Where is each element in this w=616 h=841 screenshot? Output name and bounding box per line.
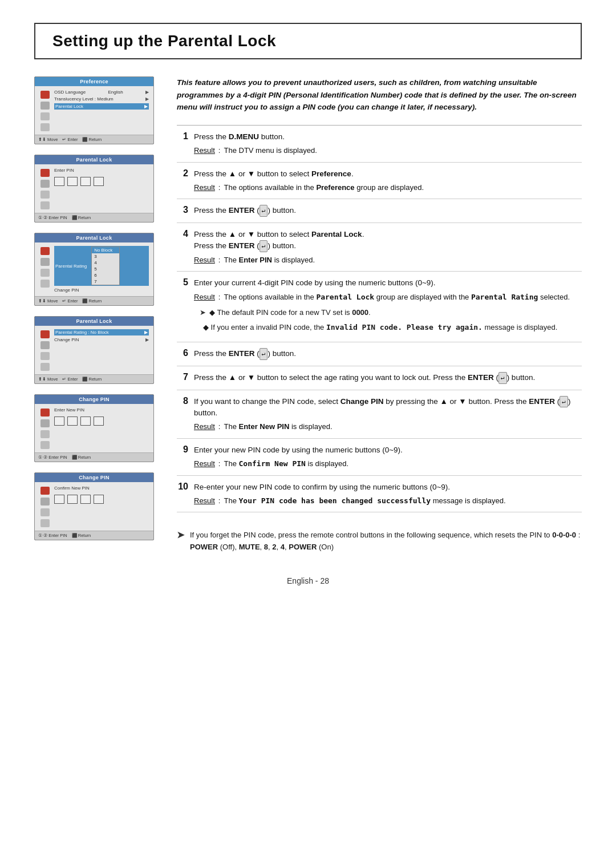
screen-row-parental: Parental Lock ▶ <box>54 103 149 110</box>
step-8: 8 If you want to change the PIN code, se… <box>177 390 582 439</box>
step-8-body: If you want to change the PIN code, sele… <box>194 396 582 432</box>
screen-5-body: Enter New PIN <box>35 404 153 452</box>
instructions-column: This feature allows you to prevent unaut… <box>177 76 582 559</box>
screen-5-content: Enter New PIN <box>54 407 149 449</box>
icon-4 <box>40 519 50 527</box>
step-7-main: Press the ▲ or ▼ button to select the ag… <box>194 372 582 384</box>
screen-4: Parental Lock Parental Rating : No Block… <box>34 316 154 384</box>
step-2-num: 2 <box>177 168 188 179</box>
tip-text: If you forget the PIN code, press the re… <box>190 529 582 553</box>
screen-4-row-1: Parental Rating : No Block ▶ <box>54 329 149 335</box>
pin-box-2 <box>67 177 78 186</box>
screen-5-pin-boxes <box>54 417 149 426</box>
screen-5-bottom: ① ② Enter PIN ⬛ Return <box>35 452 153 462</box>
step-5-body: Enter your current 4-digit PIN code by u… <box>194 277 582 336</box>
title-box: Setting up the Parental Lock <box>34 23 582 59</box>
icon-4 <box>40 363 50 371</box>
icon-3 <box>40 352 50 360</box>
step-4-num: 4 <box>177 229 188 239</box>
step-10-num: 10 <box>177 482 188 492</box>
icon-1 <box>40 330 50 338</box>
step-5-notes: ➤ ◆ The default PIN code for a new TV se… <box>194 307 582 333</box>
icon-1 <box>40 91 50 99</box>
step-4: 4 Press the ▲ or ▼ button to select Pare… <box>177 223 582 272</box>
step-1-num: 1 <box>177 131 188 141</box>
screen-1-title: Preference <box>35 77 153 86</box>
page-container: Setting up the Parental Lock Preference <box>0 0 616 841</box>
screen-1-body: OSD Language English ▶ Translucency Leve… <box>35 86 153 135</box>
icon-2 <box>40 498 50 506</box>
screen-2-pin-boxes <box>54 177 149 186</box>
screen-6-pin-boxes <box>54 495 149 504</box>
page-title: Setting up the Parental Lock <box>52 32 564 50</box>
screen-2-title: Parental Lock <box>35 155 153 164</box>
icon-3 <box>40 191 50 199</box>
step-2-body: Press the ▲ or ▼ button to select Prefer… <box>194 168 582 193</box>
screen-2-sidebar <box>39 168 51 209</box>
tip-section: ➤ If you forget the PIN code, press the … <box>177 524 582 559</box>
icon-1 <box>40 247 50 255</box>
step-7: 7 Press the ▲ or ▼ button to select the … <box>177 366 582 390</box>
screen-5-title: Change PIN <box>35 395 153 404</box>
pin-box-4 <box>94 177 104 186</box>
icon-3 <box>40 269 50 277</box>
step-10-body: Re-enter your new PIN code to confirm by… <box>194 482 582 507</box>
screen-2-content: Enter PIN <box>54 168 149 209</box>
step-6-main: Press the ENTER (↵) button. <box>194 348 582 360</box>
screen-3-dropdown: No Block 3 4 5 6 7 <box>91 246 120 285</box>
main-layout: Preference OSD Language English ▶ <box>34 76 582 559</box>
step-4-result: Result: The Enter PIN is displayed. <box>194 254 582 266</box>
screen-6-content: Confirm New PIN <box>54 486 149 527</box>
step-5-note-2: ◆ If you enter a invalid PIN code, the I… <box>200 322 582 333</box>
screen-1-content: OSD Language English ▶ Translucency Leve… <box>54 90 149 131</box>
icon-2 <box>40 419 50 427</box>
screen-1-sidebar <box>39 90 51 131</box>
step-1-body: Press the D.MENU button. Result: The DTV… <box>194 131 582 156</box>
step-3-body: Press the ENTER (↵) button. <box>194 205 582 217</box>
step-9-main: Enter your new PIN code by using the num… <box>194 444 582 456</box>
step-5-main: Enter your current 4-digit PIN code by u… <box>194 277 582 289</box>
pin-box-4 <box>94 417 104 426</box>
icon-2 <box>40 180 50 188</box>
icon-4 <box>40 280 50 288</box>
step-3: 3 Press the ENTER (↵) button. <box>177 199 582 223</box>
step-5-result: Result: The options available in the Par… <box>194 292 582 303</box>
screen-5: Change PIN Enter New PIN <box>34 394 154 462</box>
step-10-main: Re-enter your new PIN code to confirm by… <box>194 482 582 493</box>
step-6-num: 6 <box>177 348 188 358</box>
pin-box-2 <box>67 495 78 504</box>
step-9: 9 Enter your new PIN code by using the n… <box>177 439 582 476</box>
screen-row-osd: OSD Language English ▶ <box>54 90 149 95</box>
screen-6-label: Confirm New PIN <box>54 486 149 491</box>
step-4-body: Press the ▲ or ▼ button to select Parent… <box>194 229 582 265</box>
footer-text: English - 28 <box>287 576 329 585</box>
step-5: 5 Enter your current 4-digit PIN code by… <box>177 272 582 342</box>
screen-3-bottom: ⬆⬇ Move ↵ Enter ⬛ Return <box>35 296 153 305</box>
screen-3-change-pin: Change PIN <box>54 288 149 293</box>
pin-box-3 <box>80 495 91 504</box>
screen-4-title: Parental Lock <box>35 317 153 326</box>
step-2-main: Press the ▲ or ▼ button to select Prefer… <box>194 168 582 180</box>
step-10: 10 Re-enter your new PIN code to confirm… <box>177 476 582 513</box>
screen-6-bottom: ① ② Enter PIN ⬛ Return <box>35 531 153 540</box>
step-8-main: If you want to change the PIN code, sele… <box>194 396 582 419</box>
icon-3 <box>40 508 50 516</box>
page-footer: English - 28 <box>34 576 582 585</box>
intro-text: This feature allows you to prevent unaut… <box>177 76 582 114</box>
step-10-result: Result: The Your PIN code has been chang… <box>194 495 582 507</box>
screen-2-body: Enter PIN <box>35 164 153 213</box>
icon-4 <box>40 201 50 209</box>
step-6-body: Press the ENTER (↵) button. <box>194 348 582 360</box>
step-9-num: 9 <box>177 444 188 455</box>
icon-1 <box>40 409 50 417</box>
icon-3 <box>40 430 50 438</box>
screenshots-column: Preference OSD Language English ▶ <box>34 76 160 540</box>
step-4-main: Press the ▲ or ▼ button to select Parent… <box>194 229 582 252</box>
icon-3 <box>40 112 50 120</box>
screen-5-sidebar <box>39 407 51 449</box>
screen-4-bottom: ⬆⬇ Move ↵ Enter ⬛ Return <box>35 374 153 383</box>
step-2-result: Result: The options available in the Pre… <box>194 182 582 193</box>
screen-4-sidebar <box>39 329 51 371</box>
screen-4-row-2: Change PIN ▶ <box>54 337 149 342</box>
step-3-num: 3 <box>177 205 188 215</box>
